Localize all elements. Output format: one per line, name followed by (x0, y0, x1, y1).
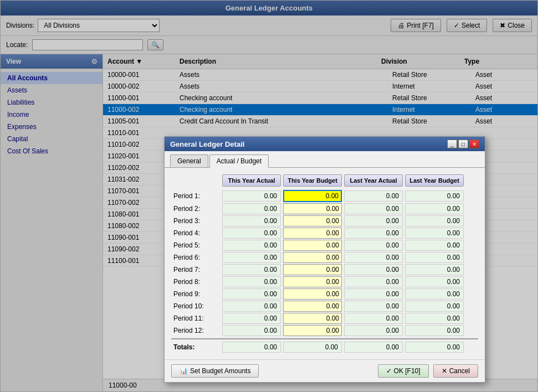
period-tya: 0.00 (222, 203, 281, 214)
dialog-footer: 📊 Set Budget Amounts ✓ OK [F10] ✕ Cancel (165, 359, 485, 382)
period-lya: 0.00 (344, 190, 403, 202)
period-tyb-cell (283, 313, 342, 324)
period-tya: 0.00 (222, 240, 281, 251)
modal-overlay: General Ledger Detail _ □ ✕ General Actu… (1, 1, 537, 391)
chart-icon: 📊 (180, 367, 188, 375)
period-tyb-input[interactable] (283, 240, 342, 251)
budget-period-row: Period 12: 0.00 0.00 0.00 (171, 325, 478, 336)
period-tyb-input[interactable] (283, 215, 342, 226)
main-window: General Ledger Accounts Divisions: All D… (0, 0, 538, 392)
period-tyb-input[interactable] (283, 301, 342, 312)
period-lya: 0.00 (344, 264, 403, 275)
total-tyb: 0.00 (283, 342, 342, 353)
period-label: Period 4: (171, 228, 221, 238)
period-tyb-cell (283, 215, 342, 226)
budget-period-row: Period 11: 0.00 0.00 0.00 (171, 313, 478, 324)
budget-period-row: Period 10: 0.00 0.00 0.00 (171, 301, 478, 312)
dialog-maximize-button[interactable]: □ (458, 140, 468, 148)
period-lya: 0.00 (344, 240, 403, 251)
period-label: Period 5: (171, 240, 221, 250)
dialog-minimize-button[interactable]: _ (447, 140, 457, 148)
period-label: Period 9: (171, 289, 221, 299)
period-tyb-cell (283, 264, 342, 275)
period-label: Period 12: (171, 326, 221, 336)
last-year-budget-header: Last Year Budget (405, 174, 464, 187)
cancel-button[interactable]: ✕ Cancel (433, 364, 478, 378)
period-tyb-input[interactable] (283, 313, 342, 324)
period-lyb: 0.00 (405, 190, 464, 202)
period-tya: 0.00 (222, 325, 281, 336)
period-tya: 0.00 (222, 276, 281, 287)
footer-left: 📊 Set Budget Amounts (171, 364, 259, 378)
period-lya: 0.00 (344, 301, 403, 312)
period-tyb-cell (283, 301, 342, 312)
ok-check-icon: ✓ (386, 367, 392, 375)
dialog-title-buttons: _ □ ✕ (447, 140, 479, 148)
period-tyb-input[interactable] (283, 228, 342, 239)
dialog-title-bar: General Ledger Detail _ □ ✕ (165, 137, 485, 151)
period-lya: 0.00 (344, 276, 403, 287)
period-lya: 0.00 (344, 228, 403, 239)
period-label: Period 8: (171, 277, 221, 287)
set-budget-button[interactable]: 📊 Set Budget Amounts (171, 364, 259, 378)
budget-period-row: Period 6: 0.00 0.00 0.00 (171, 252, 478, 263)
budget-period-row: Period 2: 0.00 0.00 0.00 (171, 203, 478, 214)
total-lya: 0.00 (344, 342, 403, 353)
period-tyb-cell (283, 276, 342, 287)
dialog-close-button[interactable]: ✕ (469, 140, 479, 148)
budget-period-row: Period 5: 0.00 0.00 0.00 (171, 240, 478, 251)
period-tya: 0.00 (222, 288, 281, 300)
period-tya: 0.00 (222, 252, 281, 263)
period-tyb-input[interactable] (283, 252, 342, 263)
budget-header-row: This Year Actual This Year Budget Last Y… (171, 174, 478, 187)
budget-period-row: Period 8: 0.00 0.00 0.00 (171, 276, 478, 287)
period-label: Period 7: (171, 265, 221, 275)
period-tya: 0.00 (222, 313, 281, 324)
period-tyb-cell (283, 252, 342, 263)
period-lyb: 0.00 (405, 215, 464, 226)
budget-period-row: Period 1: 0.00 0.00 0.00 (171, 190, 478, 202)
period-lyb: 0.00 (405, 252, 464, 263)
period-lyb: 0.00 (405, 264, 464, 275)
period-lyb: 0.00 (405, 240, 464, 251)
ok-button[interactable]: ✓ OK [F10] (378, 364, 429, 378)
period-lya: 0.00 (344, 288, 403, 300)
period-tyb-cell (283, 190, 342, 202)
budget-period-row: Period 9: 0.00 0.00 0.00 (171, 288, 478, 300)
period-tyb-input[interactable] (283, 288, 342, 300)
dialog-tabs: General Actual / Budget (165, 151, 485, 168)
period-tyb-cell (283, 325, 342, 336)
dialog-title-text: General Ledger Detail (170, 140, 244, 148)
period-lya: 0.00 (344, 203, 403, 214)
period-tyb-input[interactable] (283, 203, 342, 214)
this-year-actual-header: This Year Actual (222, 174, 281, 187)
period-tya: 0.00 (222, 190, 281, 202)
period-label: Period 11: (171, 313, 221, 323)
period-tyb-cell (283, 288, 342, 300)
period-lyb: 0.00 (405, 203, 464, 214)
last-year-actual-header: Last Year Actual (344, 174, 403, 187)
period-label: Period 1: (171, 191, 221, 201)
period-lyb: 0.00 (405, 313, 464, 324)
period-tyb-input[interactable] (283, 190, 342, 202)
period-tya: 0.00 (222, 215, 281, 226)
dialog-content: This Year Actual This Year Budget Last Y… (165, 168, 485, 359)
dialog: General Ledger Detail _ □ ✕ General Actu… (164, 136, 485, 383)
cancel-x-icon: ✕ (442, 367, 447, 375)
period-tyb-input[interactable] (283, 276, 342, 287)
period-lyb: 0.00 (405, 288, 464, 300)
period-tyb-input[interactable] (283, 325, 342, 336)
footer-right: ✓ OK [F10] ✕ Cancel (378, 364, 478, 378)
tab-actual-budget[interactable]: Actual / Budget (209, 154, 269, 168)
total-tya: 0.00 (222, 342, 281, 353)
budget-period-row: Period 4: 0.00 0.00 0.00 (171, 228, 478, 239)
tab-general[interactable]: General (170, 154, 208, 167)
period-rows: Period 1: 0.00 0.00 0.00 Period 2: 0.00 … (171, 190, 478, 336)
period-lyb: 0.00 (405, 301, 464, 312)
period-lya: 0.00 (344, 215, 403, 226)
period-tyb-cell (283, 203, 342, 214)
period-tyb-input[interactable] (283, 264, 342, 275)
period-lyb: 0.00 (405, 228, 464, 239)
period-tyb-cell (283, 228, 342, 239)
this-year-budget-header: This Year Budget (283, 174, 342, 187)
